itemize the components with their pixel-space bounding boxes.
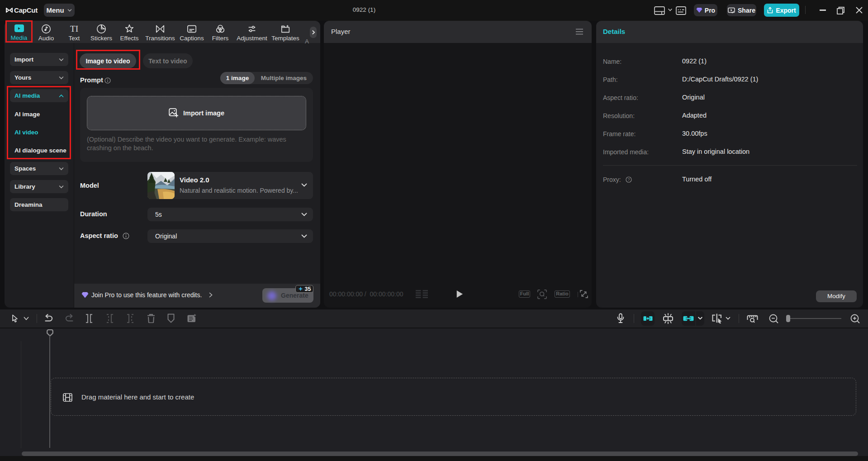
- svg-text:TI: TI: [70, 24, 78, 33]
- svg-text:?: ?: [628, 177, 630, 182]
